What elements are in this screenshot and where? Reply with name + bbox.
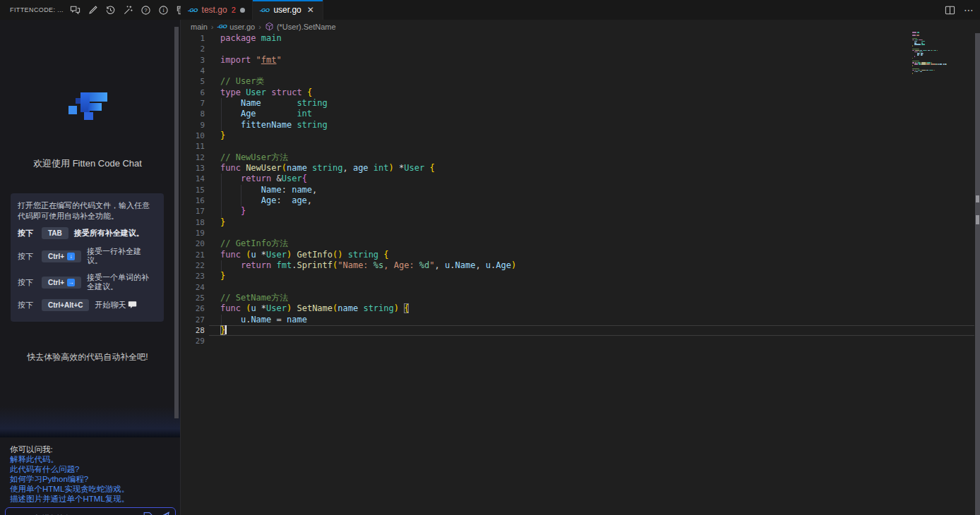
suggested-question-link[interactable]: 此代码有什么问题? — [10, 464, 172, 474]
suggested-questions: 你可以问我: 解释此代码。此代码有什么问题?如何学习Python编程?使用单个H… — [10, 444, 172, 504]
line-number: 2 — [181, 44, 205, 54]
chevron-right-icon: › — [258, 23, 261, 31]
chat-input-box[interactable]: Fast ▲ | — [5, 507, 176, 515]
code-line[interactable]: 22 return fmt.Sprintf("Name: %s, Age: %d… — [181, 260, 980, 271]
shortcut-desc: 开始聊天 — [95, 301, 137, 310]
indent-guide — [221, 260, 222, 271]
code-line[interactable]: 8 Age int — [181, 109, 980, 119]
shortcut-desc: 接受所有补全建议。 — [74, 229, 144, 238]
code-line[interactable]: 16 Age: age, — [181, 195, 980, 206]
code-line[interactable]: 4 — [181, 66, 980, 76]
more-actions-icon[interactable]: ⋯ — [964, 4, 974, 16]
code-line[interactable]: 5// User类 — [181, 76, 980, 87]
tab-label: user.go — [273, 5, 301, 15]
code-line[interactable]: 10} — [181, 131, 980, 141]
svg-text:i: i — [162, 7, 165, 13]
fitten-logo — [65, 89, 110, 128]
sidebar-scrollbar[interactable] — [174, 27, 179, 418]
question-icon[interactable]: ? — [140, 4, 151, 16]
modified-dot-icon[interactable] — [240, 8, 245, 13]
chevron-right-icon: › — [211, 23, 214, 31]
line-number: 8 — [181, 109, 205, 119]
tab-test-go[interactable]: -GO test.go 2 — [181, 0, 253, 20]
code-line[interactable]: 14 return &User{ — [181, 174, 980, 184]
code-line[interactable]: 1package main — [181, 33, 980, 44]
press-label: 按下 — [18, 229, 36, 238]
suggested-question-link[interactable]: 描述图片并通过单个HTML复现。 — [10, 494, 172, 504]
code-line[interactable]: 3import "fmt" — [181, 55, 980, 66]
ctrl-down-key: Ctrl+↓ — [42, 250, 81, 262]
split-editor-icon[interactable] — [944, 4, 955, 16]
press-label: 按下 — [18, 278, 36, 287]
line-number: 10 — [181, 131, 205, 141]
code-line[interactable]: 28} — [181, 325, 980, 336]
history-icon[interactable] — [104, 4, 116, 16]
indent-guide — [241, 185, 241, 195]
symbol-method-icon — [265, 22, 274, 31]
code-line[interactable]: 26func (u *User) SetName(name string) { — [181, 303, 980, 314]
code-line[interactable]: 27 u.Name = name — [181, 315, 980, 325]
line-number: 11 — [181, 141, 205, 152]
code-line[interactable]: 11 — [181, 141, 980, 152]
code-line[interactable]: 23} — [181, 271, 980, 281]
code-line[interactable]: 15 Name: name, — [181, 185, 980, 195]
code-line[interactable]: 25// SetName方法 — [181, 293, 980, 303]
minimap[interactable] — [912, 32, 956, 81]
suggested-question-link[interactable]: 如何学习Python编程? — [10, 474, 172, 484]
code-line[interactable]: 21func (u *User) GetInfo() string { — [181, 250, 980, 260]
code-line[interactable]: 17 } — [181, 206, 980, 217]
code-line[interactable]: 19 — [181, 228, 980, 238]
fitten-chat-sidebar: 欢迎使用 Fitten Code Chat 打开您正在编写的代码文件，输入任意代… — [0, 20, 181, 515]
editor-scrollbar[interactable] — [975, 33, 980, 515]
code-line[interactable]: 7 Name string — [181, 98, 980, 109]
slogan-text: 快去体验高效的代码自动补全吧! — [0, 351, 175, 363]
code-line[interactable]: 24 — [181, 282, 980, 293]
send-icon[interactable] — [157, 511, 170, 515]
indent-guide — [221, 206, 222, 217]
image-attach-icon[interactable] — [142, 511, 154, 515]
breadcrumb-item[interactable]: (*User).SetName — [265, 22, 336, 31]
breadcrumb-item[interactable]: main — [191, 23, 208, 31]
breadcrumb-item[interactable]: -GOuser.go — [217, 23, 256, 31]
tab-bar: -GO test.go 2 -GO user.go ✕ ⋯ — [181, 0, 980, 20]
line-number: 4 — [181, 66, 205, 76]
overview-ruler-mark — [976, 195, 979, 202]
indent-guide — [221, 185, 222, 195]
code-line[interactable]: 12// NewUser方法 — [181, 152, 980, 163]
indent-guide — [221, 174, 222, 184]
line-number: 12 — [181, 152, 205, 163]
code-area[interactable]: 1package main23import "fmt"45// User类6ty… — [181, 33, 980, 515]
suggested-question-link[interactable]: 使用单个HTML实现贪吃蛇游戏。 — [10, 484, 172, 494]
code-line[interactable]: 9 fittenName string — [181, 120, 980, 131]
line-number: 6 — [181, 87, 205, 98]
code-line[interactable]: 6type User struct { — [181, 87, 980, 98]
magic-wand-icon[interactable] — [122, 4, 133, 16]
line-number: 21 — [181, 250, 205, 260]
line-number: 13 — [181, 163, 205, 174]
line-number: 3 — [181, 55, 205, 66]
press-label: 按下 — [18, 301, 36, 310]
ask-header: 你可以问我: — [10, 444, 172, 454]
code-line[interactable]: 18} — [181, 217, 980, 228]
svg-text:?: ? — [144, 7, 148, 13]
code-line[interactable]: 13func NewUser(name string, age int) *Us… — [181, 163, 980, 174]
indent-guide — [221, 98, 222, 109]
edit-pencil-icon[interactable] — [87, 4, 98, 16]
close-icon[interactable]: ✕ — [306, 5, 316, 15]
tab-user-go[interactable]: -GO user.go ✕ — [253, 0, 323, 20]
indent-guide — [221, 195, 222, 206]
comment-discussion-icon[interactable] — [69, 4, 80, 16]
line-number: 16 — [181, 195, 205, 206]
line-number: 29 — [181, 336, 205, 346]
shortcut-desc: 接受一个单词的补全建议。 — [87, 273, 157, 291]
welcome-title: 欢迎使用 Fitten Code Chat — [0, 157, 175, 170]
ask-links: 解释此代码。此代码有什么问题?如何学习Python编程?使用单个HTML实现贪吃… — [10, 454, 172, 504]
info-icon[interactable]: i — [157, 4, 169, 16]
chat-input[interactable] — [40, 513, 139, 515]
code-line[interactable]: 20// GetInfo方法 — [181, 238, 980, 249]
suggested-question-link[interactable]: 解释此代码。 — [10, 454, 172, 464]
code-line[interactable]: 29 — [181, 336, 980, 346]
line-number: 24 — [181, 282, 205, 293]
line-number: 20 — [181, 238, 205, 249]
code-line[interactable]: 2 — [181, 44, 980, 54]
